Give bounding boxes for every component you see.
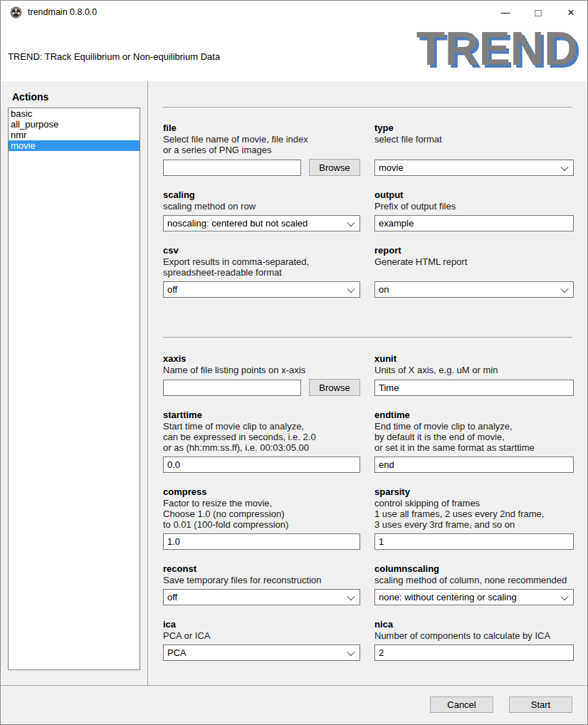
columnscaling-select[interactable]: none: without centering or scaling [374, 589, 574, 605]
report-select[interactable]: on [374, 281, 574, 298]
select-value: off [167, 284, 177, 295]
select-value: off [167, 592, 177, 603]
sidebar-item-nmr[interactable]: nmr [9, 130, 140, 140]
field-desc: control skipping of frames [374, 498, 574, 508]
field-desc: End time of movie clip to analyze, [374, 421, 574, 432]
field-desc: Units of X axis, e.g. uM or min [374, 365, 574, 375]
app-window: trendmain 0.8.0.0 — □ ✕ TREND: TRack Equ… [0, 0, 588, 725]
field-label: sparsity [374, 486, 574, 498]
field-desc: select file format [374, 134, 574, 145]
field-desc: scaling method on row [163, 201, 360, 212]
compress-input[interactable] [163, 533, 360, 550]
nica-input[interactable] [374, 645, 574, 661]
field-desc: Export results in comma-separated, [163, 256, 360, 267]
start-button[interactable]: Start [509, 697, 572, 713]
field-file: file Select file name of movie, file ind… [163, 122, 360, 176]
footer: Cancel Start [1, 685, 587, 724]
field-scaling: scaling scaling method on row noscaling:… [163, 189, 360, 231]
type-select[interactable]: movie [374, 160, 574, 176]
window-title: trendmain 0.8.0.0 [28, 7, 97, 17]
field-label: reconst [163, 563, 360, 575]
field-label: scaling [163, 189, 360, 201]
trend-logo: TREND [416, 25, 578, 72]
field-starttime: starttime Start time of movie clip to an… [163, 409, 360, 473]
xaxis-browse-button[interactable]: Browse [309, 379, 360, 396]
field-label: csv [163, 244, 360, 256]
output-input[interactable] [374, 215, 574, 231]
scaling-select[interactable]: noscaling: centered but not scaled [163, 215, 360, 231]
field-sparsity: sparsity control skipping of frames 1 us… [374, 486, 574, 550]
field-desc: Select file name of movie, file index [163, 134, 360, 145]
form-row: ica PCA or ICA PCA nica Number of compon… [163, 618, 572, 661]
field-desc: or set it in the same format as starttim… [374, 442, 574, 453]
xaxis-input[interactable] [163, 380, 301, 396]
field-label: output [374, 189, 574, 201]
sidebar: Actions basic all_purpose nmr movie [1, 81, 148, 685]
section-divider [163, 107, 572, 108]
form-row: file Select file name of movie, file ind… [163, 122, 572, 176]
field-desc: or a series of PNG images [163, 145, 360, 155]
field-label: file [163, 122, 360, 134]
select-value: on [379, 284, 389, 295]
cancel-button[interactable]: Cancel [430, 697, 493, 713]
actions-listbox: basic all_purpose nmr movie [8, 108, 140, 670]
field-desc: PCA or ICA [163, 630, 360, 641]
file-input[interactable] [163, 160, 301, 176]
sidebar-item-movie[interactable]: movie [9, 140, 140, 151]
field-desc: 3 uses every 3rd frame, and so on [374, 519, 574, 530]
ica-select[interactable]: PCA [163, 645, 360, 661]
csv-select[interactable]: off [163, 281, 360, 298]
form-row: scaling scaling method on row noscaling:… [163, 189, 572, 231]
close-button[interactable]: ✕ [555, 1, 587, 24]
field-label: xaxis [163, 353, 360, 365]
sidebar-item-all-purpose[interactable]: all_purpose [9, 119, 140, 130]
form-row: compress Factor to resize the movie, Cho… [163, 486, 572, 550]
maximize-button[interactable]: □ [522, 1, 555, 24]
field-label: nica [374, 618, 574, 630]
field-desc: Generate HTML report [374, 256, 574, 267]
field-label: xunit [374, 353, 574, 365]
field-desc: to 0.01 (100-fold compression) [163, 519, 360, 530]
form-row: starttime Start time of movie clip to an… [163, 409, 572, 473]
field-reconst: reconst Save temporary files for reconst… [163, 563, 360, 605]
section-divider [163, 337, 572, 338]
content-area: Actions basic all_purpose nmr movie file… [1, 81, 587, 724]
field-csv: csv Export results in comma-separated, s… [163, 244, 360, 298]
field-desc: Choose 1.0 (no compression) [163, 508, 360, 519]
field-type: type select file format movie [374, 122, 574, 176]
field-columnscaling: columnscaling scaling method of column, … [374, 563, 574, 605]
reconst-select[interactable]: off [163, 589, 360, 605]
field-desc: Prefix of output files [374, 201, 574, 212]
chevron-down-icon [347, 284, 355, 292]
field-desc: Save temporary files for reconstruction [163, 575, 360, 585]
field-label: type [374, 122, 574, 134]
chevron-down-icon [347, 647, 355, 655]
endtime-input[interactable] [374, 457, 574, 473]
field-output: output Prefix of output files [374, 189, 574, 231]
sparsity-input[interactable] [374, 533, 574, 550]
minimize-button[interactable]: — [489, 1, 522, 24]
select-value: none: without centering or scaling [379, 592, 517, 603]
field-label: columnscaling [374, 563, 574, 575]
header: TREND: TRack Equilibrium or Non-equilibr… [1, 24, 587, 82]
form-row: reconst Save temporary files for reconst… [163, 563, 572, 605]
field-desc: Start time of movie clip to analyze, [163, 421, 360, 432]
select-value: movie [379, 162, 404, 173]
sidebar-item-basic[interactable]: basic [9, 108, 140, 119]
sidebar-title: Actions [12, 91, 147, 103]
select-value: PCA [167, 647, 187, 658]
starttime-input[interactable] [163, 457, 360, 473]
field-label: starttime [163, 409, 360, 421]
field-desc: 1 use all frames, 2 uses every 2nd frame… [374, 508, 574, 519]
chevron-down-icon [347, 592, 355, 600]
file-browse-button[interactable]: Browse [309, 159, 360, 176]
film-reel-icon [10, 6, 22, 19]
xunit-input[interactable] [374, 380, 574, 396]
field-xunit: xunit Units of X axis, e.g. uM or min [374, 353, 574, 396]
field-endtime: endtime End time of movie clip to analyz… [374, 409, 574, 473]
field-label: ica [163, 618, 360, 630]
field-desc: spreadsheet-readable format [163, 267, 360, 278]
field-desc: Number of components to calculate by ICA [374, 630, 574, 641]
chevron-down-icon [347, 218, 355, 226]
field-compress: compress Factor to resize the movie, Cho… [163, 486, 360, 550]
